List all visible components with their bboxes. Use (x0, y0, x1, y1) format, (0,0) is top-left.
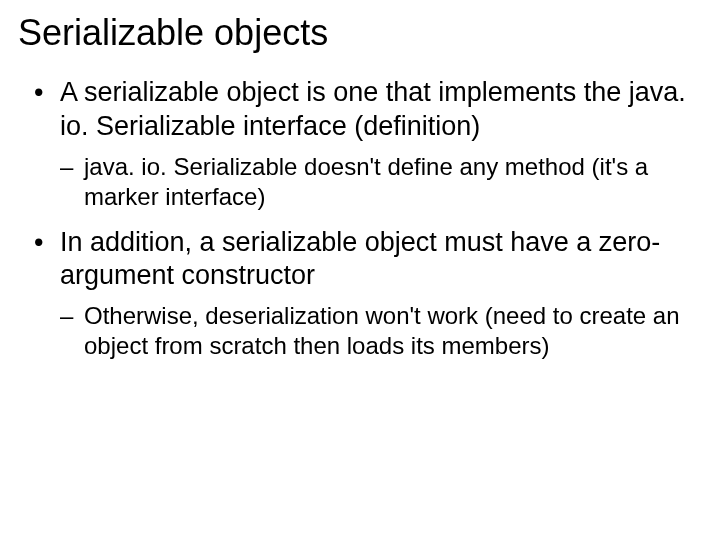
sub-text: Otherwise, deserialization won't work (n… (84, 302, 680, 359)
sub-item: Otherwise, deserialization won't work (n… (18, 301, 702, 361)
bullet-text: In addition, a serializable object must … (60, 227, 660, 291)
sub-list: Otherwise, deserialization won't work (n… (18, 301, 702, 361)
bullet-list: A serializable object is one that implem… (18, 76, 702, 361)
sub-list: java. io. Serializable doesn't define an… (18, 152, 702, 212)
slide-title: Serializable objects (18, 12, 702, 54)
sub-text: java. io. Serializable doesn't define an… (84, 153, 648, 210)
bullet-item: A serializable object is one that implem… (18, 76, 702, 144)
bullet-text: A serializable object is one that implem… (60, 77, 686, 141)
sub-item: java. io. Serializable doesn't define an… (18, 152, 702, 212)
bullet-item: In addition, a serializable object must … (18, 226, 702, 294)
